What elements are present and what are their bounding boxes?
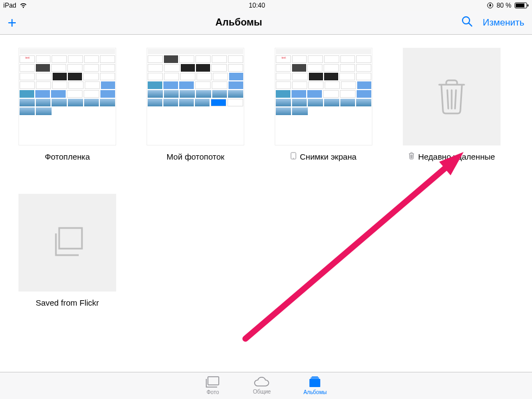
- search-icon[interactable]: [461, 15, 473, 30]
- svg-rect-20: [312, 377, 318, 378]
- orientation-lock-icon: [487, 2, 493, 9]
- nav-bar: + Альбомы Изменить: [0, 11, 532, 35]
- svg-rect-17: [208, 377, 219, 385]
- page-title: Альбомы: [216, 17, 262, 28]
- svg-rect-18: [309, 379, 320, 387]
- edit-button[interactable]: Изменить: [483, 17, 524, 28]
- album-cover: [403, 48, 501, 145]
- tab-bar: Фото Общие Альбомы: [0, 372, 532, 399]
- svg-point-7: [293, 158, 294, 159]
- device-icon: [290, 152, 296, 161]
- svg-line-10: [455, 90, 456, 109]
- wifi-icon: [20, 3, 27, 8]
- album-cover: [147, 48, 244, 145]
- album-cover: text: [18, 48, 116, 145]
- clock: 10:40: [249, 2, 265, 9]
- album-label: Недавно удаленные: [418, 152, 495, 161]
- trash-icon: [434, 77, 469, 116]
- trash-small-icon: [408, 152, 415, 161]
- add-button[interactable]: +: [8, 15, 16, 30]
- album-recently-deleted[interactable]: Недавно удаленные: [403, 48, 501, 161]
- album-label: Мой фотопоток: [167, 152, 225, 161]
- albums-grid-container: text Фотопленка: [0, 35, 532, 372]
- album-screenshots[interactable]: text Снимки экрана: [275, 48, 372, 161]
- shared-tab-icon: [254, 377, 270, 388]
- album-saved-from-flickr[interactable]: Saved from Flickr: [18, 194, 116, 307]
- stack-icon: [48, 226, 86, 259]
- album-cover: [18, 194, 116, 292]
- svg-rect-2: [516, 4, 524, 8]
- album-label: Снимки экрана: [300, 152, 356, 161]
- album-label: Saved from Flickr: [36, 298, 99, 307]
- album-my-photo-stream[interactable]: Мой фотопоток: [147, 48, 244, 161]
- battery-icon: [515, 2, 529, 9]
- status-bar: iPad 10:40 80 %: [0, 0, 532, 11]
- device-label: iPad: [3, 2, 16, 9]
- tab-label: Фото: [207, 389, 219, 395]
- tab-albums[interactable]: Альбомы: [303, 376, 327, 395]
- tab-shared[interactable]: Общие: [253, 377, 271, 395]
- tab-label: Альбомы: [303, 389, 327, 395]
- svg-rect-3: [527, 4, 528, 7]
- svg-line-5: [469, 23, 472, 27]
- svg-line-8: [447, 90, 448, 109]
- svg-rect-19: [311, 378, 319, 379]
- tab-photos[interactable]: Фото: [205, 376, 220, 395]
- album-cover: text: [275, 48, 372, 145]
- photos-tab-icon: [205, 376, 220, 388]
- albums-tab-icon: [307, 376, 322, 388]
- album-label: Фотопленка: [45, 152, 90, 161]
- tab-label: Общие: [253, 389, 271, 395]
- album-camera-roll[interactable]: text Фотопленка: [18, 48, 116, 161]
- svg-rect-14: [59, 228, 82, 249]
- battery-percent: 80 %: [497, 2, 511, 9]
